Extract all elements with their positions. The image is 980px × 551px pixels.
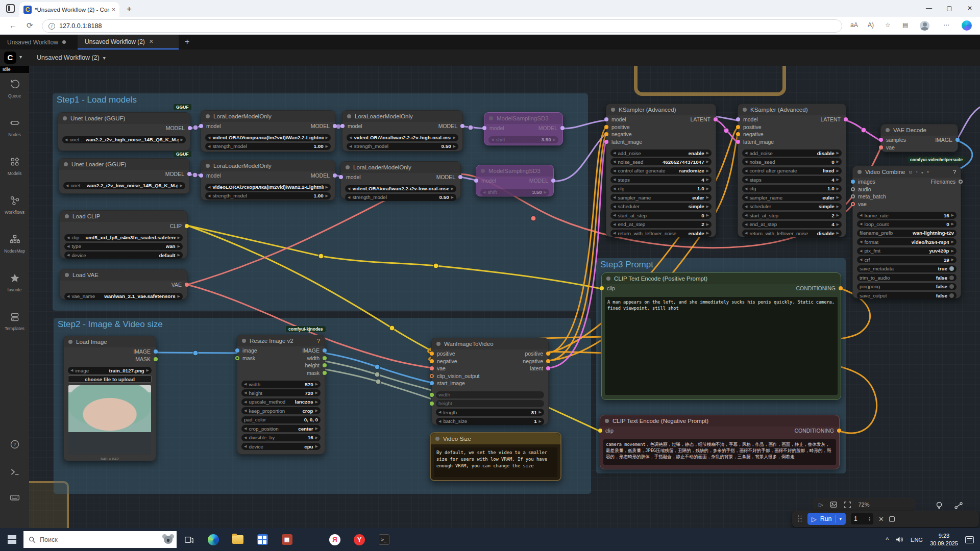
- output-negative-port[interactable]: [546, 359, 550, 363]
- url-bar[interactable]: i 127.0.0.1:8188: [42, 19, 842, 33]
- unet-...-widget[interactable]: ◀unet ...wan2.2_i2v_high_noise_14B_Q5_K_…: [62, 136, 186, 143]
- loop_count-widget[interactable]: ◀loop_count0▶: [857, 220, 957, 228]
- node-title-bar[interactable]: Resize Image v2?: [237, 335, 325, 346]
- node-title-bar[interactable]: Load Image: [64, 336, 156, 347]
- combo-widget[interactable]: ◀videoLORA\oral\wan2.2-i2v-low-oral-inse…: [345, 185, 456, 192]
- new-tab-button[interactable]: +: [127, 4, 132, 14]
- output-latent-port[interactable]: [546, 366, 550, 370]
- back-icon[interactable]: ←: [9, 21, 17, 30]
- node-lora-loader-1[interactable]: LoraLoaderModelOnlymodelMODEL◀videoLORA\…: [201, 110, 335, 152]
- text-widget[interactable]: A man appears on the left, and she immed…: [605, 297, 838, 395]
- input-height-port[interactable]: [430, 402, 434, 406]
- reload-icon[interactable]: ⟳: [27, 21, 33, 30]
- window-close-button[interactable]: ✕: [960, 0, 980, 16]
- collapse-dot-icon[interactable]: [605, 419, 609, 423]
- cfg-widget[interactable]: ◀cfg1.0▶: [610, 185, 712, 192]
- output-IMAGE-port[interactable]: [955, 138, 960, 142]
- play-icon[interactable]: ▷: [819, 502, 823, 508]
- node-vae-decode[interactable]: VAE DecodesamplesvaeIMAGE: [880, 124, 958, 152]
- output-LATENT-port[interactable]: [844, 117, 848, 121]
- node-title-bar[interactable]: WanImageToVideo: [432, 338, 548, 349]
- image-preview[interactable]: [68, 385, 151, 455]
- unet-...-widget[interactable]: ◀unet ...wan2.2_i2v_low_noise_14B_Q5_K_M…: [63, 182, 185, 189]
- input-latent_image-port[interactable]: [604, 140, 608, 144]
- input-model-port[interactable]: [482, 126, 486, 130]
- collapse-dot-icon[interactable]: [64, 162, 68, 166]
- input-meta_batch-port[interactable]: [851, 194, 855, 198]
- node-video-combine[interactable]: Video Combine⊡ ◔ ◒ ◓?imagesaudiometa_bat…: [852, 166, 961, 298]
- output-width-port[interactable]: [323, 356, 327, 360]
- output-MASK-port[interactable]: [154, 357, 158, 361]
- speaker-icon[interactable]: [896, 536, 903, 543]
- input-latent_image-port[interactable]: [736, 140, 740, 144]
- window-maximize-button[interactable]: ▢: [939, 0, 960, 16]
- output-VAE-port[interactable]: [185, 283, 189, 287]
- collapse-dot-icon[interactable]: [206, 114, 210, 118]
- input-positive-port[interactable]: [604, 125, 608, 129]
- width-widget[interactable]: ◀width570▶: [241, 381, 321, 388]
- input-negative-port[interactable]: [736, 132, 740, 136]
- scheduler-widget[interactable]: ◀schedulersimple▶: [742, 203, 842, 210]
- image-widget[interactable]: ◀imagetrain_0127.png▶: [68, 367, 152, 374]
- input-audio-port[interactable]: [851, 187, 855, 191]
- node-unet-loader-1[interactable]: Unet Loader (GGUF)MODEL◀unet ...wan2.2_i…: [58, 112, 190, 151]
- input-clip-port[interactable]: [598, 429, 602, 433]
- input-start_image-port[interactable]: [430, 381, 434, 385]
- strength_model-widget[interactable]: ◀strength_model0.50▶: [345, 194, 456, 201]
- height-widget[interactable]: height: [436, 400, 544, 407]
- node-title-bar[interactable]: LoraLoaderModelOnly: [342, 111, 462, 122]
- output-MODEL-port[interactable]: [333, 173, 337, 178]
- link-visibility-icon[interactable]: [952, 499, 965, 512]
- sidebar-item-models[interactable]: Models: [0, 151, 29, 182]
- input-samples-port[interactable]: [879, 138, 883, 142]
- collapse-dot-icon[interactable]: [242, 339, 246, 343]
- help-icon[interactable]: ?: [317, 338, 320, 344]
- copilot-icon[interactable]: [962, 20, 972, 31]
- shift-widget[interactable]: ◀shift3.50▶: [480, 189, 549, 196]
- node-ksampler-2[interactable]: KSampler (Advanced)modelpositivenegative…: [738, 104, 846, 237]
- input-images-port[interactable]: [851, 180, 855, 184]
- tiles-app-icon[interactable]: [250, 528, 275, 551]
- save_output-widget[interactable]: save_outputfalse: [857, 292, 957, 299]
- node-title-bar[interactable]: KSampler (Advanced): [738, 104, 846, 115]
- output-mask-port[interactable]: [323, 371, 327, 375]
- drag-handle[interactable]: [797, 515, 802, 523]
- collapse-dot-icon[interactable]: [206, 164, 210, 168]
- steps-widget[interactable]: ◀steps4▶: [610, 176, 712, 183]
- node-title-bar[interactable]: LoraLoaderModelOnly: [341, 162, 460, 173]
- steps-widget[interactable]: ◀steps4▶: [742, 176, 842, 183]
- zoom-level[interactable]: 72%: [858, 502, 869, 508]
- node-title-bar[interactable]: Video Combine⊡ ◔ ◒ ◓?: [853, 166, 961, 178]
- output-CONDITIONING-port[interactable]: [839, 286, 843, 290]
- vae_name-widget[interactable]: ◀vae_namewan\wan_2.1_vae.safetensors▶: [64, 293, 183, 300]
- crf-widget[interactable]: ◀crf19▶: [857, 256, 957, 263]
- combo-widget[interactable]: ◀videoLORA\Ускорялка(Im2vid)\Wan2.2-Ligh…: [205, 184, 331, 191]
- node-lora-loader-3[interactable]: LoraLoaderModelOnlymodelMODEL◀videoLORA\…: [201, 160, 335, 201]
- device-widget[interactable]: ◀devicedefault▶: [64, 252, 183, 259]
- workflow-name-menu[interactable]: Unsaved Workflow (2) ▾: [37, 54, 106, 61]
- collapse-dot-icon[interactable]: [63, 116, 67, 120]
- input-model-port[interactable]: [339, 175, 343, 179]
- input-positive-port[interactable]: [430, 352, 434, 356]
- sidebar-item-workflows[interactable]: Workflows: [0, 189, 29, 221]
- pad_color-widget[interactable]: pad_color0, 0, 0: [241, 416, 321, 423]
- input-negative-port[interactable]: [604, 132, 608, 136]
- window-minimize-button[interactable]: —: [919, 0, 939, 16]
- sidebar-item-nodes[interactable]: Nodes: [0, 112, 29, 143]
- collapse-dot-icon[interactable]: [886, 128, 890, 132]
- sidebar-keyboard-icon[interactable]: [0, 492, 29, 505]
- translate-icon[interactable]: aA: [850, 21, 858, 29]
- node-title-bar[interactable]: Video Size: [431, 433, 560, 444]
- shift-widget[interactable]: ◀shift3.50▶: [488, 136, 558, 143]
- output-LATENT-port[interactable]: [714, 117, 718, 121]
- noise_seed-widget[interactable]: ◀noise_seed0▶: [742, 158, 842, 165]
- node-ksampler-1[interactable]: KSampler (Advanced)modelpositivenegative…: [606, 104, 716, 237]
- avatar[interactable]: [920, 21, 929, 31]
- output-MODEL-port[interactable]: [458, 175, 462, 179]
- strength_model-widget[interactable]: ◀strength_model1.00▶: [205, 143, 331, 150]
- output-MODEL-port[interactable]: [460, 124, 464, 128]
- node-model-sampling-1[interactable]: ModelSamplingSD3modelMODEL◀shift3.50▶: [484, 112, 563, 145]
- device-widget[interactable]: ◀devicecpu▶: [241, 443, 321, 450]
- tray-expand-icon[interactable]: ^: [886, 536, 889, 543]
- input-vae-port[interactable]: [851, 202, 855, 206]
